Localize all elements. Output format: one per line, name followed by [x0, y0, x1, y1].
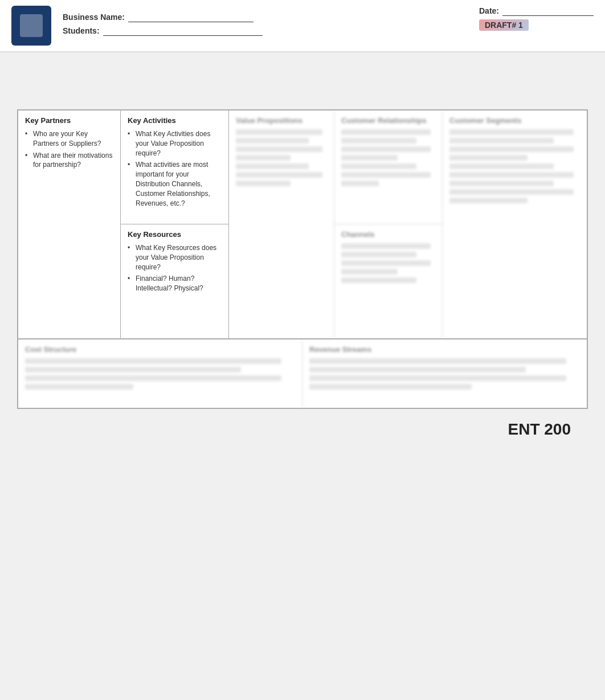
business-name-field[interactable] — [128, 12, 254, 22]
list-item: What activities are most important for y… — [128, 160, 222, 208]
channels-cell: Channels — [334, 224, 442, 327]
key-partners-list: Who are your Key Partners or Suppliers? … — [25, 129, 113, 170]
value-propositions-cell: Value Propositions — [229, 110, 334, 338]
key-partners-title: Key Partners — [25, 116, 113, 125]
revenue-streams-title: Revenue Streams — [309, 345, 580, 354]
cs-line2 — [449, 138, 554, 144]
canvas-bottom-row: Cost Structure Revenue Streams — [18, 339, 587, 408]
vp-line1 — [236, 129, 322, 135]
business-model-canvas: Key Partners Who are your Key Partners o… — [17, 109, 588, 409]
vp-line6 — [236, 172, 322, 178]
date-row: Date: — [479, 6, 594, 16]
footer: ENT 200 — [17, 409, 588, 450]
customer-segments-title: Customer Segments — [449, 116, 580, 125]
ch-line1 — [341, 243, 431, 249]
cs-line1 — [449, 129, 574, 135]
rev-line2 — [309, 367, 526, 372]
cost-structure-cell: Cost Structure — [18, 339, 302, 408]
cost-line3 — [25, 375, 281, 381]
vp-line7 — [236, 181, 291, 186]
cs-line9 — [449, 198, 528, 203]
cs-line8 — [449, 189, 574, 195]
main-content: Key Partners Who are your Key Partners o… — [0, 52, 605, 461]
customer-segments-cell: Customer Segments — [443, 110, 587, 338]
key-resources-title: Key Resources — [128, 230, 222, 239]
logo-icon — [20, 14, 43, 37]
canvas-top-row: Key Partners Who are your Key Partners o… — [18, 110, 587, 339]
cr-line5 — [341, 163, 416, 169]
rev-line1 — [309, 358, 566, 364]
draft-row: DRAFT# 1 — [479, 19, 594, 31]
date-label: Date: — [479, 6, 499, 15]
rev-line4 — [309, 384, 472, 390]
cr-line3 — [341, 146, 431, 152]
date-field[interactable] — [502, 6, 594, 16]
list-item: Who are your Key Partners or Suppliers? — [25, 129, 113, 149]
vp-line2 — [236, 138, 309, 144]
list-item: What Key Resources does your Value Propo… — [128, 243, 222, 272]
cs-line7 — [449, 181, 554, 186]
value-propositions-title: Value Propositions — [236, 116, 327, 125]
revenue-streams-cell: Revenue Streams — [302, 339, 587, 408]
rev-line3 — [309, 375, 566, 381]
cs-line5 — [449, 163, 554, 169]
customer-relationships-title: Customer Relationships — [341, 116, 435, 125]
cs-line3 — [449, 146, 574, 152]
key-partners-cell: Key Partners Who are your Key Partners o… — [18, 110, 121, 338]
ch-line2 — [341, 252, 416, 257]
list-item: What Key Activities does your Value Prop… — [128, 129, 222, 158]
logo — [11, 6, 51, 46]
key-activities-title: Key Activities — [128, 116, 222, 125]
customer-relationships-cell: Customer Relationships — [334, 110, 442, 224]
cs-line6 — [449, 172, 574, 178]
cs-line4 — [449, 155, 528, 161]
ch-line3 — [341, 260, 431, 266]
cr-channels-column: Customer Relationships Channels — [334, 110, 443, 338]
students-label: Students: — [63, 26, 100, 35]
cost-line2 — [25, 367, 241, 372]
course-code: ENT 200 — [508, 420, 571, 438]
header: Business Name: Students: Date: DRAFT# 1 — [0, 0, 605, 52]
key-activities-list: What Key Activities does your Value Prop… — [128, 129, 222, 208]
cost-structure-title: Cost Structure — [25, 345, 295, 354]
cr-line2 — [341, 138, 416, 144]
key-activities-cell: Key Activities What Key Activities does … — [121, 110, 228, 224]
students-field[interactable] — [103, 26, 263, 36]
header-right: Date: DRAFT# 1 — [479, 6, 594, 34]
cr-line6 — [341, 172, 431, 178]
channels-title: Channels — [341, 230, 435, 239]
list-item: Financial? Human? Intellectual? Physical… — [128, 274, 222, 293]
ch-line4 — [341, 269, 398, 275]
cr-line4 — [341, 155, 398, 161]
key-resources-cell: Key Resources What Key Resources does yo… — [121, 224, 228, 327]
ch-line5 — [341, 277, 416, 283]
activities-resources-column: Key Activities What Key Activities does … — [121, 110, 229, 338]
cost-line1 — [25, 358, 281, 364]
list-item: What are their motivations for partnersh… — [25, 151, 113, 170]
draft-badge: DRAFT# 1 — [479, 19, 529, 31]
cost-line4 — [25, 384, 133, 390]
cr-line1 — [341, 129, 431, 135]
cr-line7 — [341, 181, 379, 186]
vp-line5 — [236, 163, 309, 169]
business-name-label: Business Name: — [63, 13, 125, 22]
vp-line4 — [236, 155, 291, 161]
key-resources-list: What Key Resources does your Value Propo… — [128, 243, 222, 293]
vp-line3 — [236, 146, 322, 152]
